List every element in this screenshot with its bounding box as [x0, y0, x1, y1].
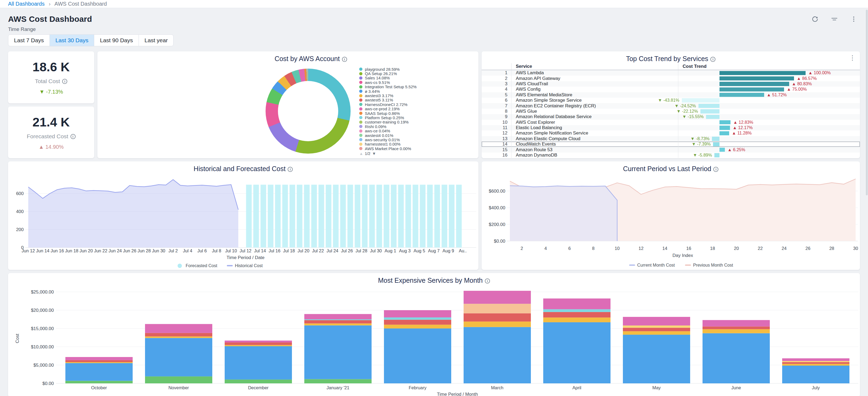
time-range-last-90-days-button[interactable]: Last 90 Days — [94, 34, 139, 46]
red-segment[interactable] — [623, 328, 690, 331]
pink-segment[interactable] — [623, 317, 690, 326]
donut-legend-item[interactable]: HarnessDroneCI 2.72% — [359, 102, 416, 106]
table-row[interactable]: 12Amazon Simple Notification Service▲ 11… — [482, 130, 860, 136]
red-segment[interactable] — [225, 342, 292, 345]
pink-segment[interactable] — [65, 357, 133, 360]
table-row[interactable]: 11Elastic Load Balancing▲ 12.17% — [482, 125, 860, 130]
table-row[interactable]: 5AWS Elemental MediaStore▲ 51.72% — [482, 92, 860, 98]
table-row[interactable]: 15Amazon Route 53▲ 6.25% — [482, 147, 860, 152]
cost-trend-column-header[interactable]: Cost Trend — [678, 63, 860, 70]
scrollbar[interactable] — [866, 10, 868, 195]
donut-legend-item[interactable]: aws-ce-prod 2.19% — [359, 107, 416, 111]
blue-segment[interactable] — [623, 335, 690, 383]
cyan-segment[interactable] — [304, 319, 372, 320]
yellow-segment[interactable] — [145, 337, 212, 338]
pink-segment[interactable] — [782, 358, 849, 361]
breadcrumb-all-dashboards-link[interactable]: All Dashboards — [8, 1, 45, 7]
donut-legend-item[interactable]: QA Setup 26.21% — [359, 71, 416, 75]
red-segment[interactable] — [464, 313, 531, 322]
donut-legend-item[interactable]: Platform Setup 0.25% — [359, 115, 416, 120]
cyan-segment[interactable] — [384, 317, 451, 319]
table-row[interactable]: 1AWS Lambda▲ 100.00% — [482, 70, 860, 75]
refresh-icon[interactable] — [811, 16, 818, 23]
blue-segment[interactable] — [145, 338, 212, 376]
blue-segment[interactable] — [782, 366, 849, 383]
current-vs-last-chart[interactable]: $600.00$400.00$200.00$0.0024681012141618… — [482, 170, 860, 270]
time-range-last-year-button[interactable]: Last year — [138, 34, 174, 46]
donut-legend-item[interactable]: ø 3.44% — [359, 89, 416, 93]
donut-legend-item[interactable]: Rishi 0.09% — [359, 124, 416, 129]
pink-segment[interactable] — [543, 299, 611, 309]
blue-segment[interactable] — [384, 329, 451, 383]
light-yellow-segment[interactable] — [623, 326, 690, 328]
table-row[interactable]: 9Amazon Relational Database Service▼ -15… — [482, 114, 860, 119]
table-row[interactable]: 14CloudWatch Events▼ -7.39% — [482, 142, 860, 147]
red-segment[interactable] — [304, 320, 372, 323]
table-row[interactable]: 10AWS Cost Explorer▲ 12.83% — [482, 120, 860, 125]
green-segment[interactable] — [145, 376, 212, 383]
pink-segment[interactable] — [145, 324, 212, 333]
donut-legend-item[interactable]: customer-training 0.19% — [359, 120, 416, 124]
red-segment[interactable] — [703, 327, 770, 329]
table-row[interactable]: 13Amazon Elastic Compute Cloud▼ -8.73% — [482, 136, 860, 142]
blue-segment[interactable] — [543, 322, 611, 383]
table-row[interactable]: 3AWS CloudTrail▲ 80.83% — [482, 81, 860, 87]
red-segment[interactable] — [384, 319, 451, 325]
yellow-segment[interactable] — [623, 331, 690, 335]
blue-segment[interactable] — [703, 333, 770, 383]
yellow-segment[interactable] — [464, 322, 531, 327]
table-row[interactable]: 7Amazon EC2 Container Registry (ECR)▼ -2… — [482, 103, 860, 109]
donut-legend-item[interactable]: aws-ce 0.04% — [359, 129, 416, 133]
historical-forecasted-chart[interactable]: 6004002000Jun 12Jun 14Jun 16Jun 18Jun 20… — [8, 170, 478, 270]
yellow-segment[interactable] — [65, 362, 133, 363]
blue-segment[interactable] — [65, 363, 133, 381]
table-row[interactable]: 6Amazon Simple Storage Service▼ -43.81% — [482, 98, 860, 103]
info-icon[interactable]: i — [710, 57, 715, 62]
peach-segment[interactable] — [464, 304, 531, 313]
yellow-segment[interactable] — [782, 364, 849, 366]
filter-icon[interactable] — [831, 16, 838, 23]
pink-segment[interactable] — [225, 341, 292, 342]
yellow-segment[interactable] — [703, 329, 770, 333]
red-segment[interactable] — [145, 333, 212, 337]
donut-legend-item[interactable]: aws-security 0.01% — [359, 138, 416, 142]
table-row[interactable]: 4AWS Config▲ 75.00% — [482, 87, 860, 92]
donut-legend-item[interactable]: AWS Market Place 0.00% — [359, 146, 416, 151]
red-segment[interactable] — [543, 312, 611, 317]
table-row[interactable]: 2Amazon API Gateway▲ 86.57% — [482, 75, 860, 81]
panel-more-vertical-icon[interactable]: ⋮ — [849, 55, 856, 61]
donut-legend-item[interactable]: playground 28.59% — [359, 67, 416, 71]
more-vertical-icon[interactable] — [850, 16, 857, 23]
donut-legend-item[interactable]: awstest5 3.11% — [359, 98, 416, 102]
pink-segment[interactable] — [703, 320, 770, 327]
light-yellow-segment[interactable] — [782, 361, 849, 362]
legend-page-down-icon[interactable]: ▼ — [372, 151, 376, 156]
service-column-header[interactable]: Service — [511, 63, 678, 70]
blue-segment[interactable] — [225, 346, 292, 379]
time-range-last-7-days-button[interactable]: Last 7 Days — [8, 34, 50, 46]
yellow-segment[interactable] — [543, 317, 611, 322]
donut-legend-item[interactable]: aws-cs 9.51% — [359, 80, 416, 85]
yellow-segment[interactable] — [225, 345, 292, 346]
donut-legend-item[interactable]: awstest3 3.17% — [359, 93, 416, 98]
legend-page-up-icon[interactable]: ▲ — [359, 151, 363, 156]
blue-segment[interactable] — [464, 327, 531, 383]
cost-by-account-donut-chart[interactable] — [266, 69, 350, 154]
cyan-segment[interactable] — [543, 309, 611, 312]
info-icon[interactable]: i — [342, 57, 347, 62]
green-segment[interactable] — [65, 381, 133, 384]
yellow-segment[interactable] — [384, 325, 451, 329]
time-range-last-30-days-button[interactable]: Last 30 Days — [50, 34, 94, 46]
table-row[interactable]: 16Amazon DynamoDB▼ -5.89% — [482, 153, 860, 158]
donut-legend-item[interactable]: Integration Test Setup 5.52% — [359, 85, 416, 89]
donut-legend-item[interactable]: harnesstest1 0.00% — [359, 142, 416, 146]
yellow-segment[interactable] — [304, 323, 372, 325]
red-segment[interactable] — [65, 360, 133, 362]
donut-legend-item[interactable]: SAAS Setup 0.86% — [359, 111, 416, 115]
blue-segment[interactable] — [304, 325, 372, 379]
green-segment[interactable] — [225, 379, 292, 383]
info-icon[interactable]: i — [62, 79, 67, 84]
pink-segment[interactable] — [304, 314, 372, 319]
donut-legend-item[interactable]: Sales 14.08% — [359, 76, 416, 80]
pink-segment[interactable] — [384, 310, 451, 317]
